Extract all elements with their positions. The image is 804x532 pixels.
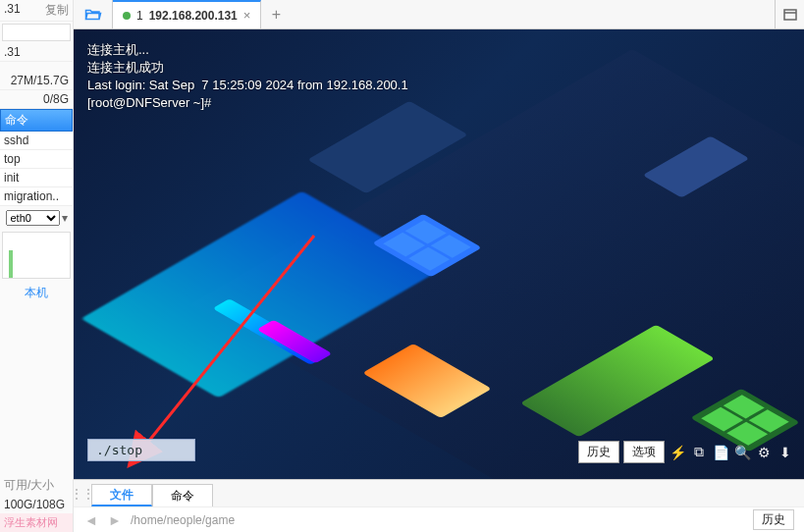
tab-file[interactable]: 文件 — [91, 484, 152, 506]
history-button[interactable]: 历史 — [578, 441, 619, 463]
net-graph — [2, 232, 71, 279]
grip-icon[interactable]: ⋮⋮ — [74, 480, 91, 506]
new-tab-button[interactable]: + — [261, 0, 291, 28]
tab-index: 1 — [136, 9, 143, 23]
cmd-header[interactable]: 命令 — [0, 109, 73, 132]
session-tabbar: 1 192.168.200.131 × + — [74, 0, 804, 29]
options-button[interactable]: 选项 — [623, 441, 665, 463]
ip-short: .31 — [4, 2, 21, 19]
proc-item[interactable]: init — [0, 169, 73, 187]
proc-item[interactable]: migration.. — [0, 187, 73, 206]
ip-line: .31 — [0, 43, 73, 62]
disk-stat: 100G/108G — [0, 496, 73, 513]
close-tab-button[interactable]: × — [243, 8, 251, 23]
proc-item[interactable]: sshd — [0, 132, 73, 150]
sidebar-input[interactable] — [2, 24, 71, 41]
iface-select[interactable]: eth0 — [6, 210, 60, 226]
bolt-icon[interactable]: ⚡ — [669, 444, 686, 461]
status-dot-icon — [123, 12, 131, 20]
svg-rect-0 — [784, 10, 796, 20]
paste-icon[interactable]: 📄 — [712, 444, 729, 461]
nav-back-button[interactable]: ◄ — [83, 512, 99, 528]
bottom-tabbar: ⋮⋮ 文件 命令 — [74, 479, 804, 506]
path-history-button[interactable]: 历史 — [753, 509, 794, 530]
disk-label: 可用/大小 — [0, 475, 73, 496]
download-icon[interactable]: ⬇ — [777, 444, 794, 461]
folder-open-icon — [84, 7, 102, 23]
local-label[interactable]: 本机 — [0, 281, 73, 305]
terminal[interactable]: 连接主机... 连接主机成功 Last login: Sat Sep 7 15:… — [74, 29, 804, 479]
mem-stat: 27M/15.7G — [0, 72, 73, 90]
search-icon[interactable]: 🔍 — [733, 444, 751, 461]
watermark: 浮生素材网 — [0, 513, 73, 532]
tab-cmd[interactable]: 命令 — [152, 484, 213, 506]
terminal-command-input[interactable] — [87, 439, 195, 461]
window-menu-button[interactable] — [775, 0, 804, 28]
copy-button[interactable]: 复制 — [45, 2, 69, 19]
tab-title: 192.168.200.131 — [149, 9, 238, 23]
open-folder-button[interactable] — [74, 0, 113, 28]
window-icon — [781, 7, 799, 23]
terminal-toolbar: 历史 选项 ⚡ ⧉ 📄 🔍 ⚙ ⬇ — [578, 441, 794, 463]
chevron-down-icon: ▾ — [62, 211, 68, 225]
path-text[interactable]: /home/neople/game — [131, 513, 235, 527]
terminal-output: 连接主机... 连接主机成功 Last login: Sat Sep 7 15:… — [87, 41, 408, 112]
proc-item[interactable]: top — [0, 150, 73, 169]
copy-icon[interactable]: ⧉ — [690, 444, 708, 461]
gear-icon[interactable]: ⚙ — [755, 444, 773, 461]
sidebar: .31 复制 .31 27M/15.7G 0/8G 命令 sshd top in… — [0, 0, 74, 532]
nav-forward-button[interactable]: ► — [107, 512, 123, 528]
session-tab[interactable]: 1 192.168.200.131 × — [113, 0, 261, 28]
sidebar-top-row: .31 复制 — [0, 0, 73, 22]
swap-stat: 0/8G — [0, 90, 73, 109]
iface-select-row: eth0 ▾ — [0, 206, 73, 230]
path-bar: ◄ ► /home/neople/game 历史 — [74, 506, 804, 532]
